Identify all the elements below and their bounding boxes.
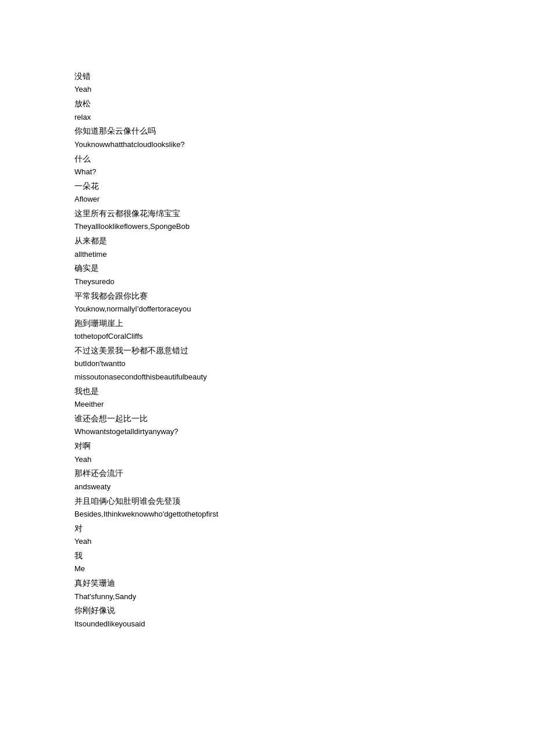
subtitle-line-34: Yeah <box>74 536 535 548</box>
subtitle-line-2: 放松 <box>74 97 535 110</box>
main-content: 没错Yeah放松relax你知道那朵云像什么吗Youknowwhatthatcl… <box>0 0 535 667</box>
subtitle-line-22: missoutonasecondofthisbeautifulbeauty <box>74 371 535 384</box>
subtitle-line-7: What? <box>74 166 535 178</box>
subtitle-line-4: 你知道那朵云像什么吗 <box>74 124 535 137</box>
subtitle-line-23: 我也是 <box>74 385 535 397</box>
subtitle-line-6: 什么 <box>74 152 535 165</box>
subtitle-line-40: Itsoundedlikeyousaid <box>74 618 535 630</box>
subtitle-line-10: 这里所有云都很像花海绵宝宝 <box>74 207 535 220</box>
subtitle-line-35: 我 <box>74 549 535 562</box>
subtitle-line-29: 那样还会流汗 <box>74 467 535 479</box>
subtitle-line-37: 真好笑珊迪 <box>74 576 535 589</box>
subtitle-line-0: 没错 <box>74 70 535 83</box>
subtitle-line-32: Besides,Ithinkweknowwho'dgettothetopfirs… <box>74 508 535 521</box>
subtitle-line-13: allthetime <box>74 249 535 261</box>
subtitle-line-39: 你刚好像说 <box>74 604 535 617</box>
subtitle-line-28: Yeah <box>74 454 535 466</box>
subtitle-line-19: tothetopofCoralCliffs <box>74 331 535 343</box>
subtitle-line-25: 谁还会想一起比一比 <box>74 412 535 425</box>
subtitle-line-5: Youknowwhatthatcloudlookslike? <box>74 139 535 151</box>
subtitle-line-8: 一朵花 <box>74 180 535 192</box>
subtitle-line-1: Yeah <box>74 84 535 96</box>
subtitle-line-30: andsweaty <box>74 481 535 493</box>
subtitle-line-16: 平常我都会跟你比赛 <box>74 289 535 302</box>
subtitle-line-15: Theysuredo <box>74 276 535 288</box>
subtitle-line-36: Me <box>74 563 535 575</box>
subtitle-line-12: 从来都是 <box>74 234 535 247</box>
subtitle-line-3: relax <box>74 112 535 124</box>
subtitle-line-26: Whowantstogetalldirtyanyway? <box>74 426 535 438</box>
subtitle-line-21: butIdon'twantto <box>74 358 535 370</box>
subtitle-line-11: Theyalllooklikeflowers,SpongeBob <box>74 221 535 233</box>
subtitle-line-20: 不过这美景我一秒都不愿意错过 <box>74 344 535 357</box>
subtitle-line-27: 对啊 <box>74 439 535 452</box>
subtitle-line-31: 并且咱俩心知肚明谁会先登顶 <box>74 495 535 507</box>
subtitle-line-14: 确实是 <box>74 261 535 274</box>
subtitle-line-38: That'sfunny,Sandy <box>74 591 535 603</box>
subtitle-line-24: Meeither <box>74 399 535 411</box>
subtitle-line-17: Youknow,normallyI'doffertoraceyou <box>74 303 535 316</box>
subtitle-line-9: Aflower <box>74 194 535 206</box>
subtitle-line-18: 跑到珊瑚崖上 <box>74 317 535 329</box>
subtitle-line-33: 对 <box>74 522 535 535</box>
